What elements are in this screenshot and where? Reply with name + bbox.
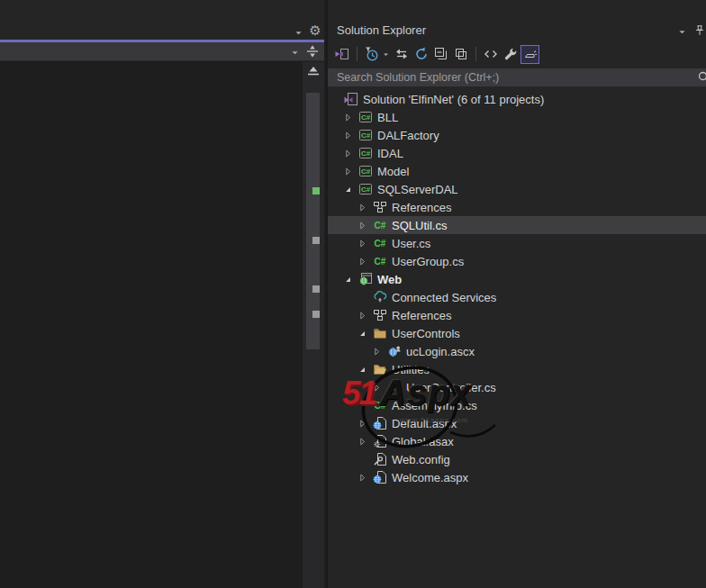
- split-window-handle[interactable]: [304, 43, 321, 59]
- expand-arrow-icon[interactable]: [357, 434, 368, 448]
- tree-item-label: Solution 'ElfinNet' (6 of 11 projects): [363, 93, 544, 106]
- chevron-down-icon: [677, 27, 687, 37]
- collapse-all-button[interactable]: [431, 45, 450, 64]
- solution-tree: Solution 'ElfinNet' (6 of 11 projects)C#…: [328, 90, 706, 486]
- properties-button[interactable]: [501, 45, 520, 64]
- tree-item-connected-services[interactable]: Connected Services: [328, 288, 706, 306]
- tree-item-utilities[interactable]: Utilities: [328, 360, 706, 378]
- collapse-arrow-icon[interactable]: [342, 272, 354, 286]
- arrow-spacer: [357, 452, 368, 466]
- svg-text:C#: C#: [375, 257, 386, 267]
- sync-with-active-document-button[interactable]: [392, 45, 411, 64]
- tree-item-label: DALFactory: [377, 129, 439, 142]
- gray-marker: [312, 285, 320, 293]
- view-code-button[interactable]: [481, 45, 500, 64]
- references-icon: [373, 200, 387, 214]
- tree-item-references[interactable]: References: [328, 306, 706, 324]
- tree-item-uclogin-ascx[interactable]: ucLogin.ascx: [328, 342, 706, 360]
- tree-item-label: UserControls: [392, 327, 460, 340]
- tree-item-web[interactable]: Web: [328, 270, 706, 288]
- refresh-button[interactable]: [412, 45, 430, 64]
- switch-views-button[interactable]: [332, 45, 351, 64]
- tree-item-usercontroller-cs[interactable]: C#UserController.cs: [328, 378, 706, 396]
- tree-item-sqlutil-cs[interactable]: C#SQLUtil.cs: [328, 216, 706, 234]
- switch-views-icon: [335, 47, 349, 61]
- tree-item-dalfactory[interactable]: C#DALFactory: [328, 126, 706, 144]
- tree-item-default-aspx[interactable]: Default.aspx: [328, 414, 706, 432]
- tree-item-references[interactable]: References: [328, 198, 706, 216]
- tree-item-web-config[interactable]: Web.config: [328, 450, 706, 468]
- tree-item-idal[interactable]: C#IDAL: [328, 144, 706, 162]
- expand-arrow-icon[interactable]: [357, 416, 368, 430]
- tree-item-label: Web.config: [392, 453, 450, 466]
- csproj-icon: C#: [358, 164, 373, 178]
- tree-item-solution-elfinnet-6-of-11-projects[interactable]: Solution 'ElfinNet' (6 of 11 projects): [328, 90, 706, 108]
- expand-arrow-icon[interactable]: [371, 380, 383, 394]
- tree-item-label: References: [392, 201, 451, 214]
- tree-item-label: Model: [377, 165, 409, 178]
- ascx-icon: [387, 344, 402, 358]
- expand-arrow-icon[interactable]: [357, 218, 368, 232]
- expand-arrow-icon[interactable]: [342, 128, 354, 142]
- expand-arrow-icon[interactable]: [357, 200, 368, 214]
- pin-icon: [693, 23, 706, 37]
- navbar-dropdown-caret-icon[interactable]: [286, 44, 303, 60]
- svg-text:C#: C#: [361, 131, 371, 140]
- search-input[interactable]: [328, 68, 692, 86]
- pending-changes-filter-button[interactable]: [362, 45, 381, 64]
- vs-window: ⚙ Solution Explorer Solution 'ElfinNet' …: [0, 0, 706, 588]
- tree-item-bll[interactable]: C#BLL: [328, 108, 706, 126]
- show-all-files-icon: [454, 47, 468, 61]
- panel-title-bar[interactable]: Solution Explorer: [328, 20, 706, 41]
- tree-item-label: User.cs: [392, 237, 430, 250]
- expand-arrow-icon[interactable]: [342, 146, 354, 160]
- gear-icon: ⚙: [309, 23, 321, 38]
- preview-selected-items-button[interactable]: [520, 45, 539, 64]
- expand-arrow-icon[interactable]: [371, 344, 383, 358]
- expand-arrow-icon[interactable]: [357, 470, 368, 484]
- tree-item-label: Web: [377, 273, 402, 286]
- svg-text:C#: C#: [389, 383, 401, 393]
- pin-panel-button[interactable]: [692, 22, 706, 38]
- tree-item-label: SQLUtil.cs: [392, 219, 447, 232]
- clock-filter-icon: [365, 47, 379, 61]
- expand-arrow-icon[interactable]: [357, 308, 368, 322]
- csfile-icon: C#: [387, 380, 402, 394]
- asax-icon: [373, 434, 387, 448]
- csproj-icon: C#: [358, 146, 373, 160]
- tree-item-usercontrols[interactable]: UserControls: [328, 324, 706, 342]
- tree-item-usergroup-cs[interactable]: C#UserGroup.cs: [328, 252, 706, 270]
- csfile-icon: C#: [373, 254, 387, 268]
- panel-menu-caret[interactable]: [674, 23, 690, 40]
- expand-arrow-icon[interactable]: [357, 236, 368, 250]
- tree-item-label: AssemblyInfo.cs: [392, 399, 477, 412]
- aspx-icon: [373, 416, 387, 430]
- tree-item-sqlserverdal[interactable]: C#SQLServerDAL: [328, 180, 706, 198]
- collapse-arrow-icon[interactable]: [357, 326, 368, 340]
- aspx-icon: [373, 470, 387, 484]
- expand-arrow-icon[interactable]: [342, 110, 354, 124]
- collapse-arrow-icon[interactable]: [342, 182, 354, 196]
- tree-item-global-asax[interactable]: Global.asax: [328, 432, 706, 450]
- editor-canvas[interactable]: [0, 62, 303, 588]
- sync-icon: [394, 47, 409, 61]
- solution-explorer-toolbar: [328, 43, 706, 65]
- editor-navigation-bar: [0, 42, 324, 61]
- tree-item-assemblyinfo-cs[interactable]: C#AssemblyInfo.cs: [328, 396, 706, 414]
- pending-changes-filter-button-dropdown[interactable]: [382, 46, 390, 62]
- expand-arrow-icon[interactable]: [342, 164, 354, 178]
- editor-dropdown-caret-icon[interactable]: [290, 24, 306, 41]
- search-icon[interactable]: [697, 70, 706, 88]
- scroll-up-button[interactable]: [305, 64, 321, 78]
- tree-item-welcome-aspx[interactable]: Welcome.aspx: [328, 468, 706, 486]
- expand-arrow-icon[interactable]: [357, 254, 368, 268]
- tree-item-model[interactable]: C#Model: [328, 162, 706, 180]
- collapse-arrow-icon[interactable]: [357, 362, 368, 376]
- show-all-files-button[interactable]: [451, 45, 470, 64]
- editor-options-button[interactable]: ⚙: [307, 23, 323, 39]
- svg-text:C#: C#: [375, 239, 386, 249]
- tree-item-user-cs[interactable]: C#User.cs: [328, 234, 706, 252]
- gray-marker: [312, 311, 320, 318]
- references-icon: [373, 308, 387, 322]
- solution-icon: [344, 92, 358, 106]
